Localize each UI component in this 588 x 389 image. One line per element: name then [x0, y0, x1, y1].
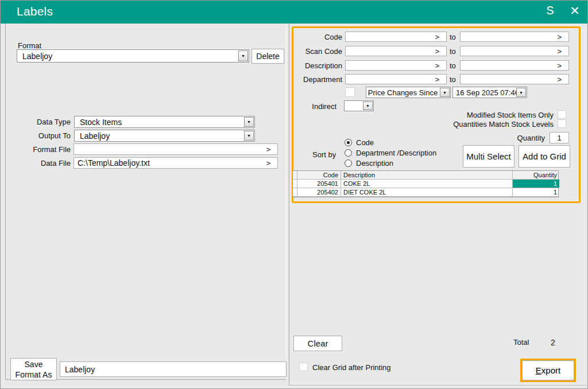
- clear-button[interactable]: Clear: [293, 336, 342, 351]
- scan-code-range-label: Scan Code: [291, 47, 342, 56]
- format-combobox[interactable]: Labeljoy ▼: [17, 49, 249, 63]
- save-name-value: Labeljoy: [65, 362, 95, 376]
- price-changes-combobox[interactable]: Price Changes Since ▼: [366, 87, 451, 98]
- dropdown-arrow-icon[interactable]: ▼: [244, 131, 254, 141]
- total-label: Total: [513, 338, 529, 347]
- data-type-label: Data Type: [12, 118, 71, 126]
- dropdown-arrow-icon[interactable]: ▼: [440, 88, 450, 97]
- quantity-label: Quantity: [488, 134, 545, 142]
- data-type-value: Stock Items: [80, 116, 122, 127]
- lookup-arrow-icon[interactable]: >: [557, 75, 562, 84]
- quantity-cell-selected[interactable]: 1: [513, 180, 559, 188]
- sort-by-label: Sort by: [312, 150, 336, 159]
- department-from-input[interactable]: >: [345, 74, 447, 84]
- lookup-arrow-icon[interactable]: >: [435, 61, 439, 70]
- delete-button[interactable]: Delete: [252, 49, 284, 64]
- export-button[interactable]: Export: [522, 360, 574, 380]
- items-grid: Code Description Quantity 205401 COKE 2L…: [292, 170, 559, 197]
- total-value: 2: [545, 338, 561, 347]
- code-range-label: Code: [291, 33, 342, 41]
- modified-stock-items-label: Modified Stock Items Only: [439, 111, 554, 119]
- labels-window: Labels S ✕ Format Labeljoy ▼ Delete Data…: [0, 0, 588, 389]
- quantity-input[interactable]: 1: [550, 132, 569, 143]
- data-file-value: C:\Temp\Labeljoy.txt: [78, 158, 150, 168]
- to-label: to: [450, 33, 456, 41]
- price-changes-date-picker[interactable]: 16 Sep 2025 07:46 ▼: [452, 87, 527, 98]
- add-to-grid-button[interactable]: Add to Grid: [519, 145, 570, 168]
- output-to-label: Output To: [12, 131, 71, 140]
- dropdown-arrow-icon[interactable]: ▼: [516, 88, 526, 97]
- browse-arrow-icon[interactable]: >: [266, 158, 270, 168]
- skin-button[interactable]: S: [543, 4, 557, 17]
- scan-code-to-input[interactable]: >: [460, 46, 569, 56]
- code-from-input[interactable]: >: [345, 32, 447, 42]
- output-to-value: Labeljoy: [80, 130, 110, 141]
- to-label: to: [450, 75, 456, 84]
- grid-row[interactable]: 205402 DIET COKE 2L 1: [293, 188, 558, 197]
- scan-code-from-input[interactable]: >: [345, 46, 447, 56]
- price-changes-checkbox[interactable]: [345, 87, 355, 97]
- grid-row[interactable]: 205401 COKE 2L 1: [293, 180, 558, 188]
- radio-icon: [345, 160, 352, 167]
- code-column-header[interactable]: Code: [297, 171, 341, 180]
- close-icon[interactable]: ✕: [567, 4, 583, 18]
- lookup-arrow-icon[interactable]: >: [435, 32, 439, 41]
- export-highlight-box: Export: [520, 359, 576, 382]
- clear-grid-after-printing-checkbox[interactable]: [299, 363, 308, 371]
- right-panel-bottom-line: [289, 385, 588, 386]
- format-label: Format: [18, 41, 41, 50]
- quantities-match-checkbox[interactable]: [558, 119, 566, 128]
- price-changes-value: Price Changes Since: [366, 87, 439, 98]
- dropdown-arrow-icon[interactable]: ▼: [238, 50, 248, 61]
- sort-option-description[interactable]: Description: [345, 159, 393, 168]
- lookup-arrow-icon[interactable]: >: [557, 46, 562, 56]
- data-file-input[interactable]: C:\Temp\Labeljoy.txt >: [74, 157, 278, 169]
- data-file-label: Data File: [12, 159, 71, 168]
- dropdown-arrow-icon[interactable]: ▼: [363, 102, 373, 110]
- row-selector[interactable]: [293, 180, 297, 188]
- row-selector[interactable]: [293, 188, 297, 197]
- sort-option-department-description[interactable]: Department /Description: [345, 149, 436, 157]
- lookup-arrow-icon[interactable]: >: [435, 46, 439, 56]
- left-panel: [5, 24, 287, 380]
- format-file-label: Format File: [12, 145, 71, 154]
- format-value: Labeljoy: [22, 50, 52, 62]
- department-to-input[interactable]: >: [460, 74, 569, 84]
- quantity-cell[interactable]: 1: [513, 188, 559, 197]
- indirect-label: Indirect: [285, 102, 336, 111]
- save-name-input[interactable]: Labeljoy: [60, 361, 287, 377]
- to-label: to: [450, 47, 456, 56]
- row-selector-column: [293, 171, 297, 180]
- indirect-combobox[interactable]: ▼: [344, 100, 374, 111]
- price-changes-date-value: 16 Sep 2025 07:46: [456, 87, 519, 98]
- description-column-header[interactable]: Description: [341, 171, 513, 180]
- lookup-arrow-icon[interactable]: >: [435, 75, 439, 84]
- code-to-input[interactable]: >: [460, 32, 569, 42]
- format-file-input[interactable]: >: [74, 143, 278, 155]
- data-type-combobox[interactable]: Stock Items ▼: [74, 116, 255, 128]
- clear-grid-after-printing-label: Clear Grid after Printing: [312, 363, 391, 372]
- quantity-column-header[interactable]: Quantity: [513, 171, 559, 180]
- description-to-input[interactable]: >: [460, 60, 569, 71]
- grid-header-row: Code Description Quantity: [293, 171, 558, 180]
- titlebar: Labels S ✕: [1, 1, 587, 24]
- window-title: Labels: [17, 5, 53, 18]
- department-range-label: Department: [291, 75, 342, 84]
- lookup-arrow-icon[interactable]: >: [557, 32, 562, 41]
- sort-option-code[interactable]: Code: [345, 138, 374, 147]
- modified-stock-items-checkbox[interactable]: [558, 110, 566, 119]
- description-from-input[interactable]: >: [345, 60, 447, 71]
- output-to-combobox[interactable]: Labeljoy ▼: [74, 130, 255, 142]
- browse-arrow-icon[interactable]: >: [266, 144, 270, 154]
- multi-select-button[interactable]: Multi Select: [463, 145, 514, 168]
- description-range-label: Description: [291, 61, 342, 70]
- radio-icon: [345, 139, 352, 146]
- save-format-as-button[interactable]: Save Format As: [10, 358, 57, 380]
- to-label: to: [450, 61, 456, 70]
- dropdown-arrow-icon[interactable]: ▼: [244, 117, 254, 127]
- panel-divider: [289, 24, 289, 386]
- quantities-match-label: Quantities Match Stock Levels: [438, 120, 554, 129]
- lookup-arrow-icon[interactable]: >: [557, 61, 562, 70]
- radio-icon: [345, 149, 352, 157]
- quantity-value: 1: [550, 133, 568, 143]
